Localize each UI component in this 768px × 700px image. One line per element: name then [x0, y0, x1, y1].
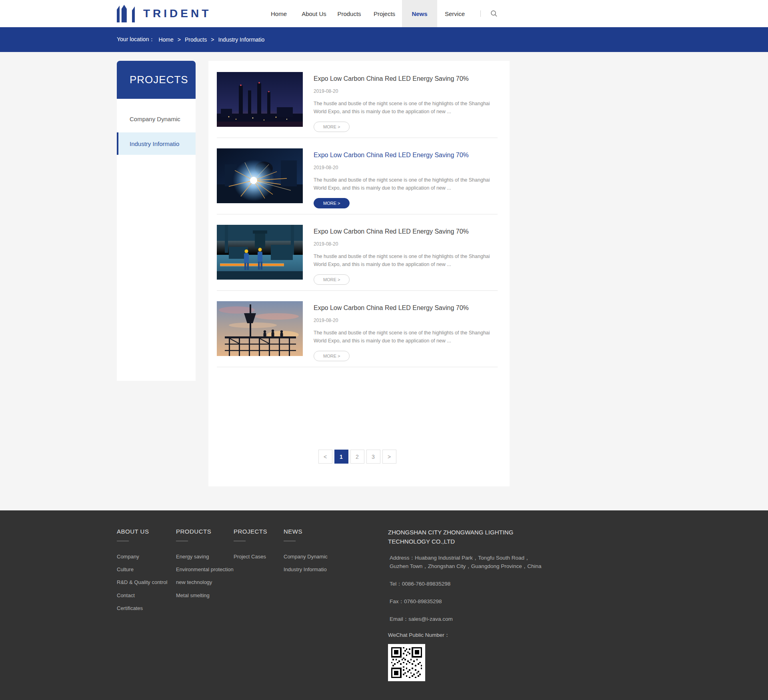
news-excerpt: The hustle and bustle of the night scene… [314, 252, 498, 268]
footer-column-title: PROJECTS [234, 528, 284, 535]
nav-item-news[interactable]: News [402, 0, 437, 27]
breadcrumb-products[interactable]: Products [185, 36, 207, 43]
footer-link-energy-saving[interactable]: Energy saving [176, 553, 234, 560]
news-excerpt: The hustle and bustle of the night scene… [314, 329, 498, 345]
search-icon [490, 10, 498, 17]
logo-text: TRIDENT [143, 7, 211, 20]
trident-logo-icon [117, 5, 138, 22]
footer-title-underline [284, 541, 296, 541]
breadcrumb: Your location： Home > Products > Industr… [117, 27, 651, 52]
nav-item-about-us[interactable]: About Us [296, 0, 332, 27]
footer-address: Address：Huabang Industrial Park，Tongfu S… [388, 554, 548, 571]
breadcrumb-bar: Your location： Home > Products > Industr… [0, 27, 768, 52]
news-item: Expo Low Carbon China Red LED Energy Sav… [217, 62, 498, 138]
news-title[interactable]: Expo Low Carbon China Red LED Energy Sav… [314, 75, 498, 82]
nav-item-products[interactable]: Products [332, 0, 367, 27]
news-date: 2019-08-20 [314, 88, 498, 94]
logo[interactable]: TRIDENT [117, 5, 211, 22]
more-button[interactable]: MORE > [314, 351, 350, 361]
nav-item-projects[interactable]: Projects [367, 0, 402, 27]
footer-link-industry-informatio[interactable]: Industry Informatio [284, 566, 388, 573]
search-button[interactable] [488, 8, 500, 20]
footer-column-about-us: ABOUT US Company Culture R&D & Quality c… [117, 528, 176, 681]
footer-column-projects: PROJECTS Project Cases [234, 528, 284, 681]
news-title[interactable]: Expo Low Carbon China Red LED Energy Sav… [314, 228, 498, 235]
breadcrumb-separator: > [211, 36, 214, 43]
breadcrumb-label: Your location： [117, 36, 154, 43]
footer-link-company-dynamic[interactable]: Company Dynamic [284, 553, 388, 560]
footer-wechat-label: WeChat Public Number： [388, 632, 651, 639]
pagination-page-2[interactable]: 2 [350, 450, 364, 464]
wechat-qr-code [388, 644, 425, 681]
breadcrumb-separator: > [178, 36, 181, 43]
breadcrumb-current[interactable]: Industry Informatio [218, 36, 264, 43]
news-list-panel: Expo Low Carbon China Red LED Energy Sav… [208, 61, 510, 486]
footer-link-contact[interactable]: Contact [117, 592, 176, 599]
footer-link-metal-smelting[interactable]: Metal smelting [176, 592, 234, 599]
footer-column-title: ABOUT US [117, 528, 176, 535]
footer-link-project-cases[interactable]: Project Cases [234, 553, 284, 560]
footer-email: Email：sales@i-zava.com [388, 615, 548, 624]
footer-link-certificates[interactable]: Certificates [117, 605, 176, 612]
nav-divider [480, 10, 481, 17]
main-nav: Home About Us Products Projects News Ser… [261, 0, 500, 27]
news-item: Expo Low Carbon China Red LED Energy Sav… [217, 138, 498, 214]
news-date: 2019-08-20 [314, 318, 498, 323]
news-thumbnail-night-power-plant[interactable] [217, 72, 303, 127]
footer-link-company[interactable]: Company [117, 553, 176, 560]
breadcrumb-home[interactable]: Home [158, 36, 173, 43]
news-title[interactable]: Expo Low Carbon China Red LED Energy Sav… [314, 304, 498, 312]
site-footer: ABOUT US Company Culture R&D & Quality c… [0, 510, 768, 700]
footer-column-title: NEWS [284, 528, 388, 535]
news-date: 2019-08-20 [314, 165, 498, 170]
sidebar-title: PROJECTS [117, 61, 196, 99]
footer-column-news: NEWS Company Dynamic Industry Informatio [284, 528, 388, 681]
footer-link-environmental-protection[interactable]: Environmental protection [176, 566, 234, 573]
more-button[interactable]: MORE > [314, 122, 350, 132]
nav-item-home[interactable]: Home [261, 0, 296, 27]
sidebar-item-company-dynamic[interactable]: Company Dynamic [117, 108, 196, 130]
footer-column-title: PRODUCTS [176, 528, 234, 535]
main-content-area: PROJECTS Company Dynamic Industry Inform… [0, 52, 768, 510]
footer-tel: Tel：0086-760-89835298 [388, 580, 548, 588]
pagination-prev[interactable]: < [318, 450, 332, 464]
footer-fax: Fax：0760-89835298 [388, 598, 548, 606]
footer-column-products: PRODUCTS Energy saving Environmental pro… [176, 528, 234, 681]
news-date: 2019-08-20 [314, 241, 498, 247]
news-thumbnail-factory-workers[interactable] [217, 225, 303, 280]
news-item: Expo Low Carbon China Red LED Energy Sav… [217, 214, 498, 291]
footer-link-rd-quality-control[interactable]: R&D & Quality control [117, 579, 176, 586]
footer-link-culture[interactable]: Culture [117, 566, 176, 573]
sidebar: PROJECTS Company Dynamic Industry Inform… [117, 61, 196, 381]
more-button[interactable]: MORE > [314, 198, 350, 208]
footer-title-underline [234, 541, 246, 541]
news-thumbnail-construction-silhouette[interactable] [217, 301, 303, 356]
footer-company-info: ZHONGSHAN CITY ZHONGWANG LIGHTING TECHNO… [388, 528, 651, 681]
sidebar-item-industry-informatio[interactable]: Industry Informatio [117, 132, 196, 155]
pagination-next[interactable]: > [382, 450, 396, 464]
news-excerpt: The hustle and bustle of the night scene… [314, 100, 498, 116]
nav-item-service[interactable]: Service [437, 0, 472, 27]
footer-link-new-technology[interactable]: new technology [176, 579, 234, 586]
news-title[interactable]: Expo Low Carbon China Red LED Energy Sav… [314, 152, 498, 159]
footer-company-name: ZHONGSHAN CITY ZHONGWANG LIGHTING TECHNO… [388, 528, 520, 546]
footer-title-underline [117, 541, 129, 541]
news-thumbnail-welding-sparks[interactable] [217, 148, 303, 203]
site-header: TRIDENT Home About Us Products Projects … [0, 0, 768, 27]
news-item: Expo Low Carbon China Red LED Energy Sav… [217, 291, 498, 367]
pagination-page-1[interactable]: 1 [334, 450, 348, 464]
pagination-page-3[interactable]: 3 [366, 450, 380, 464]
more-button[interactable]: MORE > [314, 274, 350, 285]
footer-title-underline [176, 541, 188, 541]
news-excerpt: The hustle and bustle of the night scene… [314, 176, 498, 192]
pagination: < 1 2 3 > [217, 450, 498, 464]
